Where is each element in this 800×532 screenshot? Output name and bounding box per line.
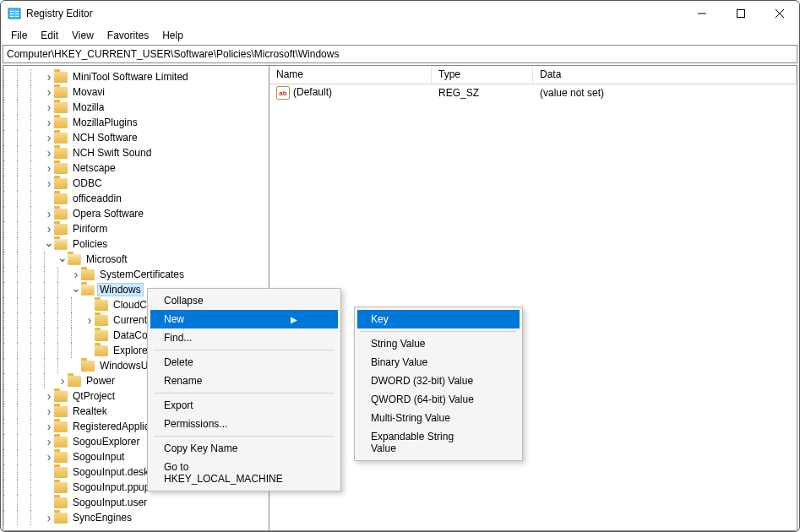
tree-chevron-icon[interactable]: ›	[44, 70, 54, 84]
tree-chevron-icon[interactable]: ›	[44, 207, 54, 220]
separator	[361, 331, 516, 332]
folder-icon	[54, 513, 68, 524]
separator	[154, 436, 335, 437]
folder-icon	[54, 163, 68, 174]
tree-chevron-icon[interactable]: ›	[44, 176, 54, 190]
ctx-new-key[interactable]: Key	[357, 310, 520, 328]
folder-icon	[68, 254, 81, 265]
tree-label: SogouInput	[71, 451, 126, 463]
tree-chevron-icon[interactable]: ›	[44, 389, 54, 403]
folder-icon	[54, 133, 68, 144]
tree-item[interactable]: ›Movavi	[3, 84, 269, 100]
tree-chevron-icon[interactable]: ⌄	[57, 251, 68, 264]
tree-item[interactable]: ⌄Microsoft	[3, 252, 269, 267]
tree-label: SystemCertificates	[98, 269, 186, 280]
folder-icon	[68, 376, 81, 387]
svg-rect-1	[10, 11, 14, 12]
cell-type: REG_SZ	[432, 86, 533, 100]
tree-label: SyncEngines	[71, 512, 133, 524]
close-button[interactable]	[760, 1, 799, 26]
folder-icon	[54, 452, 68, 463]
tree-chevron-icon[interactable]: ›	[57, 374, 68, 388]
tree-item[interactable]: ›SogouInput.user	[3, 495, 269, 510]
ctx-goto-hklm[interactable]: Go to HKEY_LOCAL_MACHINE	[150, 458, 338, 488]
list-pane[interactable]: Name Type Data ab(Default) REG_SZ (value…	[269, 65, 797, 531]
tree-chevron-icon[interactable]: ›	[84, 313, 95, 327]
tree-chevron-icon[interactable]: ›	[44, 222, 54, 236]
ctx-new-expand[interactable]: Expandable String Value	[357, 427, 520, 458]
tree-item[interactable]: ›Netscape	[3, 160, 269, 176]
tree-label: MiniTool Software Limited	[71, 71, 190, 83]
folder-icon	[54, 224, 68, 235]
tree-chevron-icon[interactable]: ›	[44, 85, 54, 99]
col-header-name[interactable]: Name	[269, 66, 432, 84]
folder-icon	[54, 467, 68, 478]
tree-item[interactable]: ⌄Policies	[3, 236, 269, 252]
folder-icon	[54, 193, 68, 204]
tree-label: Policies	[71, 238, 109, 250]
menu-file[interactable]: File	[4, 28, 34, 43]
ctx-permissions[interactable]: Permissions...	[150, 415, 338, 433]
ctx-rename[interactable]: Rename	[150, 372, 338, 390]
tree-label: Opera Software	[71, 208, 145, 220]
tree-item[interactable]: ›Mozilla	[3, 100, 269, 115]
ctx-delete[interactable]: Delete	[150, 353, 338, 372]
tree-chevron-icon[interactable]: ›	[44, 435, 54, 448]
address-bar[interactable]: Computer\HKEY_CURRENT_USER\Software\Poli…	[3, 45, 797, 63]
tree-label: Piriform	[71, 223, 109, 235]
minimize-button[interactable]	[683, 1, 721, 26]
tree-item[interactable]: ›SystemCertificates	[3, 267, 269, 282]
tree-chevron-icon[interactable]: ›	[44, 100, 54, 114]
ctx-new-qword[interactable]: QWORD (64-bit) Value	[357, 390, 520, 409]
list-row[interactable]: ab(Default) REG_SZ (value not set)	[269, 84, 797, 101]
ctx-copy-key-name[interactable]: Copy Key Name	[150, 439, 338, 458]
folder-icon	[54, 239, 68, 250]
col-header-data[interactable]: Data	[533, 66, 797, 84]
tree-chevron-icon[interactable]: ⌄	[44, 236, 54, 249]
tree-item[interactable]: ›MiniTool Software Limited	[3, 69, 269, 84]
context-menu: Collapse New▶ Find... Delete Rename Expo…	[147, 288, 341, 491]
col-header-type[interactable]: Type	[432, 66, 533, 84]
tree-item[interactable]: ›officeaddin	[3, 191, 269, 206]
tree-chevron-icon[interactable]: ›	[44, 161, 54, 175]
tree-chevron-icon[interactable]: ›	[44, 420, 54, 433]
svg-rect-2	[10, 14, 14, 14]
tree-chevron-icon[interactable]: ⌄	[71, 281, 81, 295]
folder-icon	[54, 406, 68, 417]
ctx-new-multi[interactable]: Multi-String Value	[357, 409, 520, 427]
ctx-new-binary[interactable]: Binary Value	[357, 353, 520, 372]
tree-chevron-icon[interactable]: ›	[44, 511, 54, 524]
menu-help[interactable]: Help	[155, 28, 190, 43]
tree-chevron-icon[interactable]: ›	[44, 404, 54, 418]
folder-icon	[95, 300, 108, 311]
ctx-collapse[interactable]: Collapse	[150, 291, 338, 310]
tree-item[interactable]: ›ODBC	[3, 176, 269, 191]
tree-item[interactable]: ›Opera Software	[3, 206, 269, 221]
tree-item[interactable]: ›MozillaPlugins	[3, 115, 269, 130]
tree-chevron-icon[interactable]: ›	[44, 131, 54, 144]
svg-rect-8	[737, 10, 745, 18]
ctx-export[interactable]: Export	[150, 396, 338, 415]
ctx-new-dword[interactable]: DWORD (32-bit) Value	[357, 372, 520, 390]
tree-item[interactable]: ›NCH Swift Sound	[3, 145, 269, 160]
folder-icon	[54, 421, 68, 432]
tree-chevron-icon[interactable]: ›	[71, 268, 81, 281]
ctx-new[interactable]: New▶	[150, 310, 338, 328]
maximize-button[interactable]	[721, 1, 760, 26]
folder-icon	[54, 437, 68, 448]
tree-chevron-icon[interactable]: ›	[44, 450, 54, 464]
ctx-new-string[interactable]: String Value	[357, 334, 520, 353]
titlebar: Registry Editor	[1, 1, 799, 26]
menu-edit[interactable]: Edit	[34, 28, 65, 43]
menu-view[interactable]: View	[65, 28, 101, 43]
tree-item[interactable]: ›Piriform	[3, 221, 269, 236]
tree-item[interactable]: ›SyncEngines	[3, 510, 269, 525]
tree-label: SogouInput.user	[71, 497, 149, 508]
cell-data: (value not set)	[533, 86, 797, 100]
tree-chevron-icon[interactable]: ›	[44, 116, 54, 129]
menu-favorites[interactable]: Favorites	[101, 28, 155, 43]
tree-item[interactable]: ›NCH Software	[3, 130, 269, 145]
tree-label: NCH Swift Sound	[71, 147, 153, 159]
ctx-find[interactable]: Find...	[150, 328, 338, 347]
tree-chevron-icon[interactable]: ›	[44, 146, 54, 160]
